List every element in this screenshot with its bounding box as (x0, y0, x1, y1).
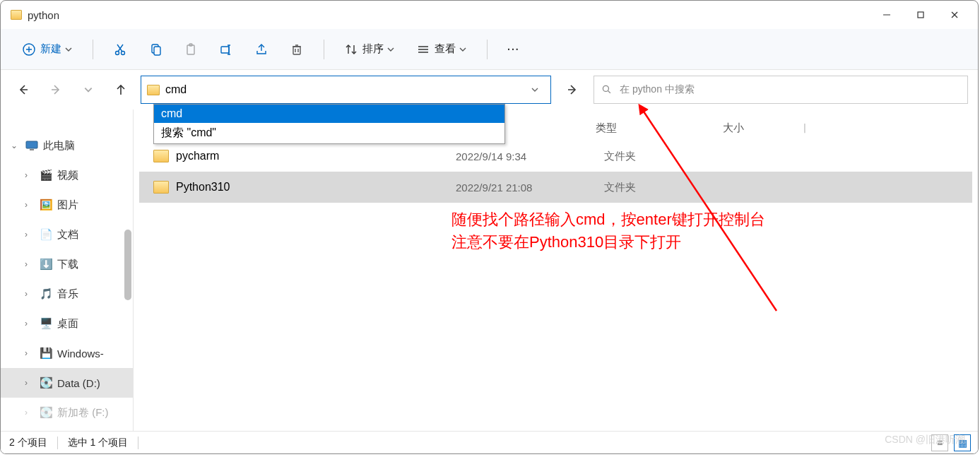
sidebar-scrollbar[interactable] (124, 230, 131, 300)
content-area: ⌄ 此电脑 ›🎬视频 ›🖼️图片 ›📄文档 ›⬇️下载 ›🎵音乐 ›🖥️桌面 ›… (1, 109, 978, 431)
file-date: 2022/9/14 9:34 (456, 150, 604, 162)
search-box[interactable]: 在 python 中搜索 (594, 76, 968, 104)
cut-button[interactable] (105, 35, 136, 64)
svg-point-7 (116, 51, 119, 54)
sidebar-extra-drive[interactable]: ›💽新加卷 (F:) (1, 398, 133, 427)
col-header-size[interactable]: 大小│ (723, 121, 808, 135)
delete-button[interactable] (281, 35, 312, 64)
sidebar-desktop[interactable]: ›🖥️桌面 (1, 309, 133, 338)
sidebar-videos[interactable]: ›🎬视频 (1, 160, 133, 190)
forward-button[interactable] (43, 77, 69, 102)
share-button[interactable] (246, 35, 277, 64)
chevron-right-icon: › (25, 200, 35, 210)
back-button[interactable] (11, 77, 36, 102)
sort-indicator-icon: │ (803, 124, 808, 132)
sidebar-label: Windows- (57, 348, 104, 360)
sidebar-label: 图片 (57, 198, 78, 212)
window-title: python (28, 9, 59, 21)
file-row-python310[interactable]: Python310 2022/9/21 21:08 文件夹 (139, 172, 972, 203)
new-button[interactable]: 新建 (13, 35, 81, 64)
address-suggestions: cmd 搜索 "cmd" (153, 104, 505, 144)
folder-icon (11, 10, 22, 20)
minimize-button[interactable] (870, 4, 903, 26)
sidebar-label: 下载 (57, 258, 78, 271)
new-button-label: 新建 (40, 42, 61, 56)
svg-rect-15 (221, 47, 229, 53)
sidebar-music[interactable]: ›🎵音乐 (1, 279, 133, 309)
sort-button[interactable]: 排序 (336, 35, 403, 64)
paste-button[interactable] (175, 35, 206, 64)
sidebar-downloads[interactable]: ›⬇️下载 (1, 249, 133, 279)
chevron-right-icon: › (25, 230, 35, 239)
address-bar[interactable] (141, 76, 551, 104)
status-selected-count: 选中 1 个项目 (68, 437, 129, 449)
sidebar-label: 此电脑 (43, 139, 75, 153)
file-pane: 名称 修改日期 类型 大小│ pycharm 2022/9/14 9:34 文件… (134, 109, 978, 431)
col-header-type[interactable]: 类型 (596, 121, 723, 135)
file-name: Python310 (176, 181, 456, 194)
downloads-icon: ⬇️ (39, 258, 53, 271)
svg-line-34 (608, 91, 610, 93)
pictures-icon: 🖼️ (39, 198, 53, 211)
svg-line-10 (117, 44, 122, 52)
sidebar: ⌄ 此电脑 ›🎬视频 ›🖼️图片 ›📄文档 ›⬇️下载 ›🎵音乐 ›🖥️桌面 ›… (1, 109, 134, 431)
file-row-pycharm[interactable]: pycharm 2022/9/14 9:34 文件夹 (139, 141, 972, 172)
sidebar-data-d[interactable]: ›💽Data (D:) (1, 368, 133, 398)
sidebar-this-pc[interactable]: ⌄ 此电脑 (1, 131, 133, 160)
suggestion-search-cmd[interactable]: 搜索 "cmd" (154, 123, 504, 143)
sidebar-label: 新加卷 (F:) (57, 406, 109, 420)
nav-row: cmd 搜索 "cmd" 在 python 中搜索 (1, 70, 978, 109)
sidebar-pictures[interactable]: ›🖼️图片 (1, 190, 133, 220)
view-button[interactable]: 查看 (408, 35, 476, 64)
suggestion-cmd[interactable]: cmd (154, 105, 504, 123)
sidebar-windows-drive[interactable]: ›💾Windows- (1, 338, 133, 368)
rename-button[interactable] (211, 35, 242, 64)
copy-button[interactable] (140, 35, 171, 64)
up-button[interactable] (108, 77, 134, 102)
sidebar-label: 视频 (57, 169, 78, 182)
svg-rect-35 (26, 141, 37, 148)
explorer-window: python 新建 排序 查看 (0, 0, 979, 454)
address-dropdown-button[interactable] (525, 85, 545, 94)
folder-icon (147, 85, 160, 95)
go-button[interactable] (558, 76, 586, 104)
svg-point-33 (603, 85, 608, 91)
maximize-button[interactable] (904, 4, 937, 26)
chevron-right-icon: › (25, 378, 35, 388)
recent-button[interactable] (76, 77, 101, 102)
titlebar: python (1, 1, 978, 29)
sidebar-label: 文档 (57, 228, 78, 242)
chevron-down-icon (64, 42, 73, 57)
chevron-right-icon: › (25, 289, 35, 299)
search-icon (601, 84, 613, 95)
annotation-line1: 随便找个路径输入cmd，按enter键打开控制台 (451, 208, 765, 231)
close-button[interactable] (938, 4, 971, 26)
sidebar-documents[interactable]: ›📄文档 (1, 220, 133, 249)
chevron-down-icon (459, 42, 467, 57)
svg-rect-12 (154, 47, 160, 55)
chevron-down-icon (386, 42, 395, 57)
sidebar-label: 音乐 (57, 287, 78, 301)
sidebar-label: Data (D:) (57, 377, 100, 389)
svg-line-9 (118, 44, 123, 52)
toolbar: 新建 排序 查看 ··· (1, 29, 978, 70)
more-button[interactable]: ··· (499, 35, 529, 64)
video-icon: 🎬 (39, 169, 53, 182)
file-date: 2022/9/21 21:08 (456, 182, 604, 194)
file-name: pycharm (176, 150, 456, 162)
address-input[interactable] (165, 83, 525, 96)
chevron-right-icon: › (25, 170, 35, 180)
file-type: 文件夹 (604, 150, 731, 163)
annotation-line2: 注意不要在Python310目录下打开 (451, 231, 765, 254)
view-button-label: 查看 (435, 42, 456, 56)
music-icon: 🎵 (39, 287, 53, 300)
chevron-right-icon: › (25, 319, 35, 328)
address-bar-wrap: cmd 搜索 "cmd" (141, 76, 551, 104)
sidebar-label: 桌面 (57, 317, 78, 331)
chevron-down-icon: ⌄ (11, 141, 20, 150)
status-bar: 2 个项目 选中 1 个项目 ≡ ▦ (1, 431, 978, 453)
svg-rect-19 (293, 47, 300, 54)
chevron-right-icon: › (25, 348, 35, 358)
chevron-right-icon: › (25, 259, 35, 269)
annotation-text: 随便找个路径输入cmd，按enter键打开控制台 注意不要在Python310目… (451, 208, 765, 254)
